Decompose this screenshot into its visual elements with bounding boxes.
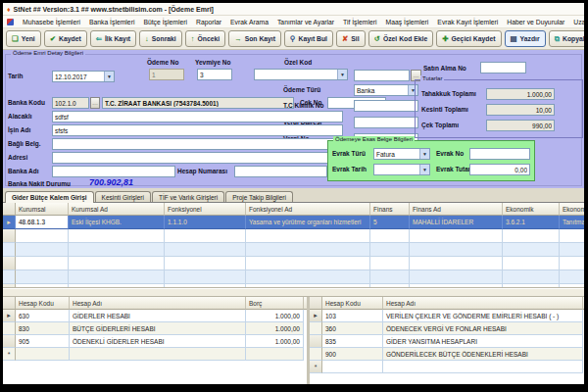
tc-kimlik-input[interactable] [354, 100, 418, 112]
grid-cell[interactable] [69, 270, 165, 284]
grid-cell[interactable]: 1.000,00 [246, 310, 304, 322]
grid-cell[interactable]: 3.6.2.1 [503, 216, 560, 229]
grid-cell[interactable] [165, 257, 246, 270]
grid-cell[interactable]: MAHALLİ İDARELER [410, 216, 503, 229]
first-record-button[interactable]: ⇐İlk Kayıt [90, 30, 136, 47]
table-row[interactable]: ▸630GİDERLER HESABI1.000,00 [3, 310, 307, 322]
column-header[interactable]: Hesap Kodu [16, 297, 70, 310]
table-row[interactable]: 830BÜTÇE GİDERLERİ HESABI1.000,00 [3, 322, 307, 335]
grid-cell[interactable] [16, 243, 69, 257]
banka-kodu-browse-button[interactable]: … [90, 97, 100, 109]
table-row[interactable]: ▸103VERİLEN ÇEKLER VE GÖNDERME EMİRLERİ … [310, 310, 584, 322]
grid-cell[interactable] [322, 361, 383, 373]
grid-cell[interactable] [246, 243, 370, 257]
next-record-button[interactable]: ↓Sonraki [139, 30, 182, 47]
grid-cell[interactable]: GİDER YANSITMA HESAPLARI [383, 335, 583, 348]
grid-cell[interactable]: 1.000,00 [246, 335, 304, 348]
evrak-tutari-input[interactable]: 0,00 [469, 164, 530, 175]
menu-item[interactable]: Tanımlar ve Ayarlar [277, 19, 334, 25]
horizontal-scrollbar[interactable] [3, 287, 584, 297]
new-record-button[interactable]: ❏Yeni [6, 30, 41, 47]
row-selector[interactable]: * [3, 348, 16, 361]
empty-row[interactable] [3, 257, 584, 270]
row-selector[interactable] [310, 335, 322, 348]
empty-row[interactable] [3, 229, 584, 243]
table-row[interactable]: 360ÖDENECEK VERGİ VE FONLAR HESABI [310, 322, 584, 335]
bagli-belg-input[interactable] [52, 138, 343, 150]
tab-2[interactable]: Kesinti Girişleri [95, 191, 151, 202]
grid-cell[interactable]: 905 [16, 335, 70, 348]
row-selector[interactable] [3, 322, 16, 335]
menu-item[interactable]: Muhasebe İşlemleri [23, 19, 80, 25]
temp-save-button[interactable]: ✚Geçici Kaydet [436, 30, 501, 47]
grid-cell[interactable] [16, 229, 69, 243]
grid-cell[interactable]: 830 [16, 322, 70, 335]
grid-cell[interactable] [560, 243, 584, 257]
column-header[interactable]: Finans [370, 203, 410, 216]
menu-item[interactable]: Banka İşlemleri [89, 19, 134, 25]
grid-cell[interactable]: 1.000,00 [246, 322, 304, 335]
new-row[interactable]: * [310, 361, 584, 373]
grid-cell[interactable] [383, 361, 583, 373]
grid-cell[interactable] [246, 257, 370, 270]
grid-cell[interactable] [370, 243, 410, 257]
grid-cell[interactable] [16, 348, 70, 361]
column-header[interactable]: Hesap Adı [383, 297, 583, 310]
grid-cell[interactable] [503, 243, 560, 257]
grid-cell[interactable]: VERİLEN ÇEKLER VE GÖNDERME EMİRLERİ HESA… [383, 310, 583, 322]
yevmiye-no-input[interactable]: 3 [197, 69, 232, 80]
grid-cell[interactable] [503, 257, 560, 270]
column-header[interactable]: Hesap Kodu [322, 297, 383, 310]
satin-alma-no-input[interactable] [480, 62, 526, 74]
alacakli-input[interactable]: sdfsf [52, 111, 343, 122]
grid-cell[interactable] [560, 229, 584, 243]
menu-item[interactable]: Maaş İşlemleri [386, 19, 429, 25]
grid-cell[interactable]: 5 [370, 216, 410, 229]
empty-row[interactable] [3, 243, 584, 257]
grid-cell[interactable] [410, 243, 503, 257]
save-button[interactable]: ✔Kaydet [44, 30, 87, 47]
grid-cell[interactable] [246, 270, 370, 284]
grid-cell[interactable] [16, 270, 69, 284]
grid-cell[interactable] [69, 229, 165, 243]
menu-item[interactable]: Evrak Arama [230, 19, 269, 25]
menu-item[interactable]: Bütçe İşlemleri [143, 19, 187, 25]
chevron-down-icon[interactable]: ▼ [104, 72, 114, 81]
sahis-sirket-input[interactable] [354, 70, 410, 81]
grid-cell[interactable]: BÜTÇE GİDERLERİ HESABI [70, 322, 246, 335]
print-button[interactable]: ▤Yazdır [505, 30, 546, 47]
row-selector[interactable] [3, 257, 16, 270]
grid-cell[interactable] [560, 270, 584, 284]
grid-cell[interactable] [246, 348, 304, 361]
new-row[interactable]: * [3, 348, 307, 361]
grid-cell[interactable]: ÖDENEKLİ GİDERLER HESABI [70, 335, 246, 348]
grid-cell[interactable] [69, 257, 165, 270]
grid-cell[interactable] [165, 243, 246, 257]
row-selector[interactable] [310, 348, 322, 361]
grid-cell[interactable]: GİDERLER HESABI [70, 310, 246, 322]
evrak-no-input[interactable] [469, 148, 530, 160]
grid-cell[interactable]: 835 [322, 335, 383, 348]
chevron-down-icon[interactable]: ▼ [337, 70, 347, 79]
grid-cell[interactable] [370, 229, 410, 243]
banka-kodu-input[interactable]: 102.1.0 [52, 97, 89, 109]
column-header[interactable]: Ekonomik [503, 203, 560, 216]
table-row[interactable]: 905ÖDENEKLİ GİDERLER HESABI1.000,00 [3, 335, 307, 348]
grid-cell[interactable] [16, 257, 69, 270]
menu-item[interactable]: Raporlar [196, 19, 221, 25]
isin-adi-input[interactable]: sfsfs [52, 124, 343, 136]
hesap-numarasi-input[interactable] [234, 166, 327, 177]
evrak-tarih-select[interactable]: ▼ [373, 164, 430, 175]
row-selector[interactable] [3, 229, 16, 243]
empty-row[interactable] [3, 270, 584, 284]
add-special-code-button[interactable]: ↺Özel Kod Ekle [368, 30, 434, 47]
grid-cell[interactable] [370, 270, 410, 284]
ozel-kod-input[interactable]: ▼ [254, 69, 348, 80]
row-selector[interactable]: * [310, 361, 322, 373]
grid-cell[interactable] [370, 257, 410, 270]
grid-cell[interactable]: 900 [322, 348, 383, 361]
grid-cell[interactable] [410, 229, 503, 243]
column-header[interactable]: Hesap Adı [70, 297, 246, 310]
chevron-down-icon[interactable]: ▼ [419, 149, 429, 159]
grid-cell[interactable]: 1.1.1.0 [165, 216, 246, 229]
